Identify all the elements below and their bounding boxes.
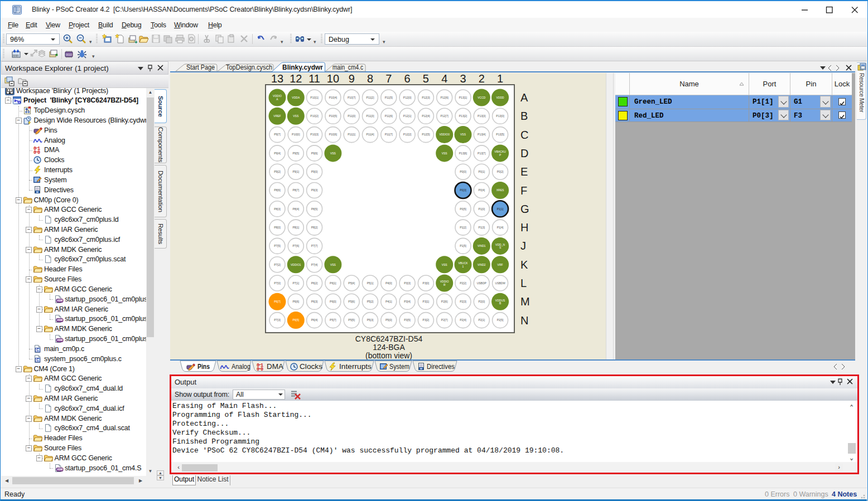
svg-text:VDDIO1: VDDIO1 (291, 263, 301, 266)
svg-text:P11[2]: P11[2] (366, 96, 374, 99)
svg-text:P6[0]: P6[0] (330, 300, 336, 303)
svg-text:G: G (520, 203, 529, 215)
svg-text:P8[3]: P8[3] (274, 207, 281, 211)
svg-text:P0[0]: P0[0] (460, 170, 466, 173)
svg-text:P0[3]: P0[3] (460, 188, 466, 192)
svg-text:P13[1]: P13[1] (459, 96, 467, 99)
svg-text:P2[6]: P2[6] (441, 300, 448, 303)
svg-text:P2[5]: P2[5] (497, 318, 504, 322)
svg-text:7: 7 (385, 73, 392, 85)
svg-text:P10[2]: P10[2] (310, 114, 319, 118)
svg-text:P8[4]: P8[4] (292, 207, 299, 211)
svg-text:P11[4]: P11[4] (366, 133, 374, 136)
svg-text:Clocks: Clocks (300, 363, 322, 371)
svg-text:Pins: Pins (197, 363, 210, 371)
svg-text:P3[0]: P3[0] (423, 281, 430, 285)
svg-text:124-BGA: 124-BGA (373, 343, 405, 352)
svg-text:P1[3]: P1[3] (478, 226, 485, 229)
svg-text:P13[4]: P13[4] (478, 133, 486, 136)
svg-text:3: 3 (460, 73, 466, 85)
svg-text:P6[6]: P6[6] (292, 300, 299, 303)
svg-text:P10[0]: P10[0] (292, 133, 300, 136)
svg-text:P5[2]: P5[2] (367, 300, 374, 303)
svg-text:VSS: VSS (442, 263, 448, 266)
svg-text:TopDesign.cysch: TopDesign.cysch (226, 64, 272, 71)
svg-text:P9[2]: P9[2] (274, 170, 281, 173)
svg-text:VSS: VSS (293, 114, 299, 118)
svg-text:10: 10 (327, 73, 339, 85)
svg-text:P7[4]: P7[4] (311, 263, 318, 266)
svg-text:8: 8 (367, 73, 373, 85)
svg-text:P13[3]: P13[3] (478, 114, 486, 118)
svg-text:M: M (520, 295, 530, 308)
svg-text:P4[1]: P4[1] (385, 300, 392, 303)
svg-text:P3[5]: P3[5] (404, 318, 411, 322)
svg-text:B: B (520, 110, 528, 122)
svg-text:P6[4]: P6[4] (311, 318, 318, 322)
svg-text:P13[6]: P13[6] (459, 152, 467, 155)
svg-text:VDDIO0: VDDIO0 (439, 133, 450, 136)
svg-text:P2[7]: P2[7] (441, 318, 448, 322)
svg-text:Start Page: Start Page (186, 64, 215, 71)
svg-text:5: 5 (423, 73, 429, 85)
svg-text:P13[7]: P13[7] (478, 152, 486, 155)
svg-text:P1[4]: P1[4] (497, 226, 504, 229)
svg-text:CY8C6247BZI-D54: CY8C6247BZI-D54 (355, 334, 423, 343)
svg-text:P10[4]: P10[4] (329, 96, 337, 99)
svg-text:P7[1]: P7[1] (292, 281, 299, 285)
svg-text:VSS: VSS (442, 152, 448, 155)
svg-text:P1[5]: P1[5] (460, 244, 466, 247)
svg-text:P8[2]: P8[2] (311, 226, 318, 229)
svg-text:P2[0]: P2[0] (478, 300, 485, 303)
svg-text:L: L (520, 277, 527, 289)
svg-text:P12[1]: P12[1] (403, 114, 412, 118)
svg-text:P1[1]: P1[1] (497, 207, 504, 211)
svg-text:P11[0]: P11[0] (348, 114, 356, 118)
svg-text:ASM: ASM (57, 299, 62, 302)
svg-text:VRF: VRF (498, 263, 503, 266)
svg-text:4: 4 (441, 73, 447, 85)
svg-text:P0[2]: P0[2] (497, 170, 504, 173)
svg-text:P0[1]: P0[1] (478, 170, 485, 173)
svg-text:N: N (520, 314, 528, 327)
svg-text:A: A (520, 91, 528, 104)
svg-text:P9[4]: P9[4] (274, 152, 281, 155)
svg-text:VIND2: VIND2 (478, 263, 486, 266)
svg-text:P12[5]: P12[5] (422, 133, 430, 136)
svg-text:H: H (520, 221, 528, 234)
svg-text:VSS: VSS (460, 133, 466, 136)
svg-text:P6[5]: P6[5] (292, 318, 299, 322)
svg-text:DMA: DMA (267, 363, 284, 371)
svg-text:P10[6]: P10[6] (329, 133, 337, 136)
svg-text:C: C (36, 348, 39, 352)
svg-text:P5[4]: P5[4] (348, 281, 355, 285)
svg-text:0010: 0010 (66, 53, 72, 56)
svg-text:P10[1]: P10[1] (310, 96, 319, 99)
svg-text:P7[5]: P7[5] (274, 244, 281, 247)
svg-text:P9[7]: P9[7] (274, 133, 281, 136)
svg-text:Analog: Analog (232, 363, 250, 371)
svg-text:P4[0]: P4[0] (385, 281, 392, 285)
svg-text:P11[7]: P11[7] (385, 133, 393, 136)
svg-text:P13[2]: P13[2] (459, 114, 467, 118)
svg-text:P9[1]: P9[1] (292, 170, 299, 173)
svg-text:13: 13 (271, 73, 283, 85)
svg-text:E: E (520, 166, 528, 178)
svg-text:P6[7]: P6[7] (274, 300, 281, 303)
svg-text:VDDD: VDDD (496, 96, 505, 99)
svg-text:P2[2]: P2[2] (460, 281, 466, 285)
svg-text:P12[0]: P12[0] (403, 96, 412, 99)
svg-text:P1[0]: P1[0] (478, 207, 485, 211)
svg-text:P13[0]: P13[0] (496, 114, 504, 118)
svg-text:P7[7]: P7[7] (311, 244, 318, 247)
svg-text:1: 1 (497, 73, 503, 85)
svg-text:P11[5]: P11[5] (385, 96, 393, 99)
svg-text:P7[6]: P7[6] (292, 244, 299, 247)
svg-text:USBDM: USBDM (495, 281, 505, 285)
svg-text:P0[4]: P0[4] (478, 188, 485, 192)
svg-text:System: System (389, 363, 409, 371)
svg-text:VSS: VSS (330, 152, 336, 155)
svg-text:P9[0]: P9[0] (311, 170, 318, 173)
svg-text:P12[2]: P12[2] (403, 133, 412, 136)
svg-text:Directives: Directives (427, 363, 455, 371)
